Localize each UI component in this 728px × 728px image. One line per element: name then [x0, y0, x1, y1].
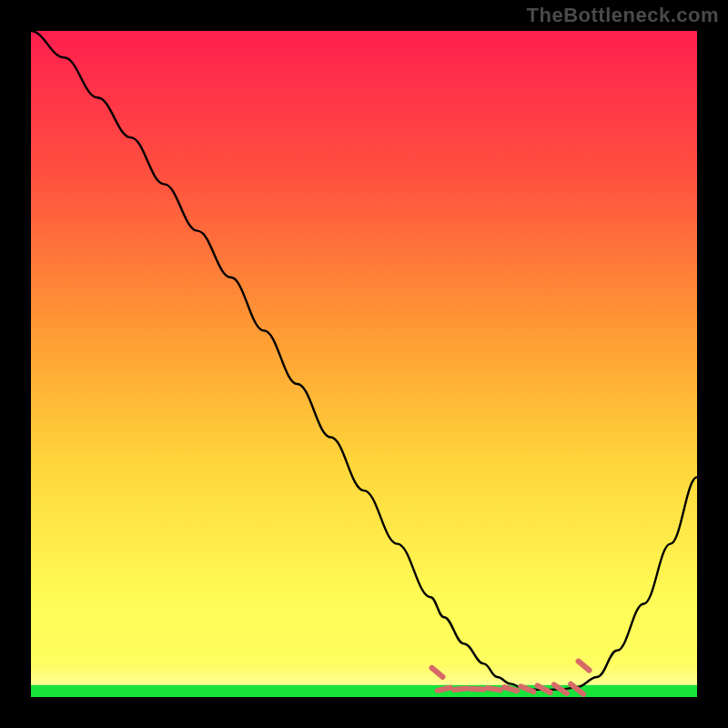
optimum-dash: [488, 688, 500, 690]
optimum-dash: [438, 688, 450, 691]
plot-area: [31, 31, 697, 697]
optimum-dash: [454, 689, 467, 690]
optimum-dash: [504, 687, 517, 691]
chart-svg: [31, 31, 697, 697]
green-optimum-band: [31, 685, 697, 697]
attribution-text: TheBottleneck.com: [527, 4, 719, 27]
chart-frame: TheBottleneck.com: [0, 0, 728, 728]
gradient-background: [31, 31, 697, 697]
